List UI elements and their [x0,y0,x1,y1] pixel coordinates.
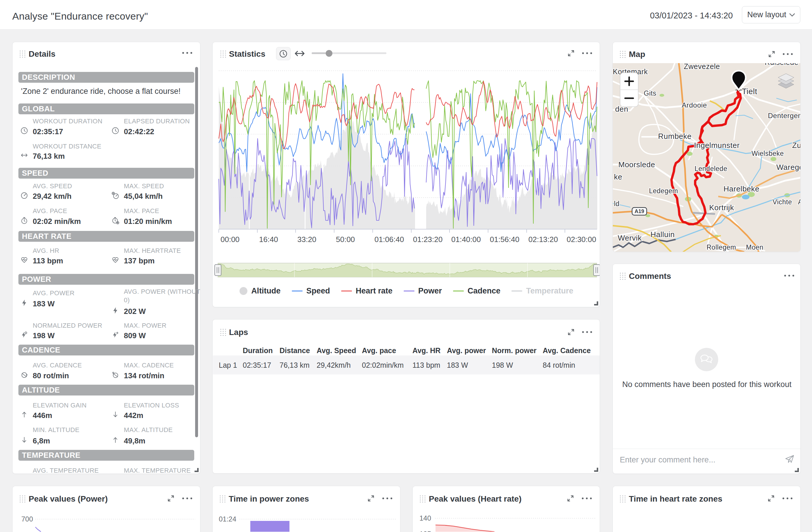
svg-text:ke: ke [614,172,622,181]
svg-text:02:13:20: 02:13:20 [528,235,558,244]
svg-text:Gits: Gits [644,89,656,97]
svg-text:Moen: Moen [746,243,764,251]
svg-text:Wielsbeke: Wielsbeke [752,150,784,157]
svg-text:Kortrijk: Kortrijk [709,203,734,212]
svg-text:Tielt: Tielt [742,87,757,96]
svg-text:Rollegem: Rollegem [707,243,736,251]
svg-text:Ruiselede: Ruiselede [765,63,799,66]
svg-text:Ledegem: Ledegem [649,187,678,195]
svg-text:Ardooie: Ardooie [682,101,707,109]
svg-text:A: A [798,198,800,206]
svg-text:01:23:20: 01:23:20 [413,235,443,244]
svg-text:Vichte: Vichte [772,198,792,206]
svg-text:Moorslede: Moorslede [618,160,655,169]
svg-text:Wervik: Wervik [618,234,642,242]
svg-text:01:56:40: 01:56:40 [490,235,519,244]
svg-text:33:20: 33:20 [298,235,316,244]
svg-text:50:00: 50:00 [336,235,355,244]
svg-text:Harelbeke: Harelbeke [724,184,759,193]
svg-text:Rumbeke: Rumbeke [658,132,692,141]
svg-text:Halluin: Halluin [651,230,675,239]
svg-text:16:40: 16:40 [259,235,278,244]
svg-text:Waregem: Waregem [777,163,800,171]
svg-text:Dentergem: Dentergem [768,112,800,120]
svg-text:01:40:00: 01:40:00 [451,235,481,244]
svg-text:A19: A19 [634,208,644,214]
svg-text:Zul: Zul [792,141,800,150]
svg-text:Lendelede: Lendelede [695,165,727,172]
svg-text:01:06:40: 01:06:40 [375,235,404,244]
svg-text:Ingelmunster: Ingelmunster [694,141,740,150]
svg-text:ld: ld [614,200,620,208]
svg-text:02:30:00: 02:30:00 [567,235,596,244]
svg-text:Zwevezele: Zwevezele [684,63,720,70]
svg-text:00:00: 00:00 [220,235,240,244]
